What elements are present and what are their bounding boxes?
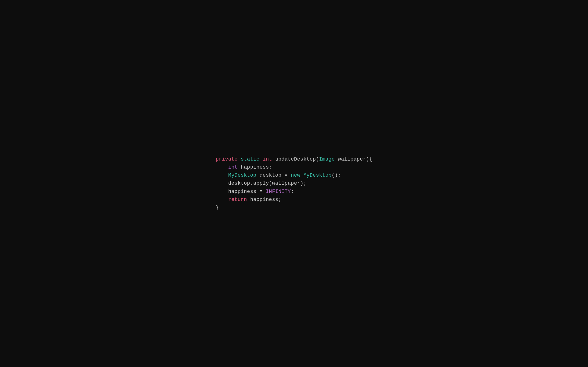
code-token: MyDesktop (228, 173, 256, 178)
code-token: happiness; (247, 197, 281, 202)
code-line: MyDesktop desktop = new MyDesktop(); (216, 171, 372, 179)
code-token (237, 156, 241, 162)
code-token: static (241, 156, 259, 162)
code-token: wallpaper){ (335, 156, 372, 162)
code-token (300, 173, 303, 178)
code-display: private static int updateDesktop(Image w… (216, 155, 372, 212)
code-token (216, 165, 228, 170)
code-token: happiness = (216, 189, 266, 194)
code-token (259, 156, 263, 162)
code-line: return happiness; (216, 196, 372, 204)
code-token: MyDesktop (303, 173, 332, 178)
code-token: INFINITY (266, 189, 291, 194)
code-token: (); (332, 173, 341, 178)
code-line: happiness = INFINITY; (216, 188, 372, 196)
code-line: int happiness; (216, 163, 372, 171)
code-token (216, 197, 228, 202)
code-line: private static int updateDesktop(Image w… (216, 155, 372, 163)
code-token (216, 173, 228, 178)
code-token: int (263, 156, 272, 162)
code-token: desktop = (256, 173, 291, 178)
code-token: int (228, 165, 237, 170)
code-token: return (228, 197, 247, 202)
code-line: } (216, 204, 372, 212)
code-token: ; (291, 189, 294, 194)
code-token: } (216, 205, 219, 211)
code-line: desktop.apply(wallpaper); (216, 179, 372, 187)
code-token: Image (319, 156, 335, 162)
code-token: desktop.apply(wallpaper); (216, 181, 307, 186)
code-token: updateDesktop( (272, 156, 319, 162)
code-token: private (216, 156, 238, 162)
code-token: new (291, 173, 300, 178)
code-token: happiness; (237, 165, 272, 170)
